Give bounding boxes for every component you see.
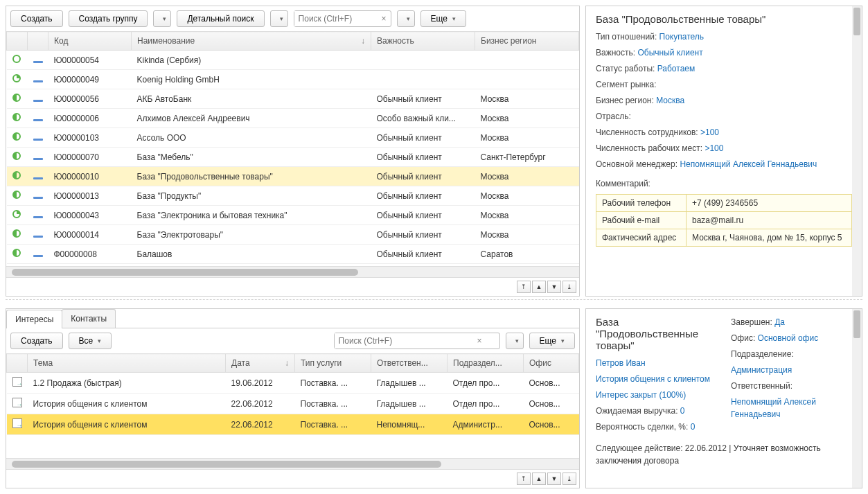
wp-value[interactable]: >100 [705, 143, 723, 153]
row-name: Балашов [132, 245, 371, 264]
rel-value[interactable]: Покупатель [659, 32, 704, 42]
sub-tabs: Интересы Контакты [6, 309, 579, 328]
table-row[interactable]: Ф00000008БалашовОбычный клиентСаратов [7, 245, 579, 264]
office-value[interactable]: Основной офис [758, 333, 819, 343]
dept-label: Подразделение: [731, 349, 794, 359]
tab-interests[interactable]: Интересы [6, 310, 62, 328]
sub-col-topic[interactable]: Тема [28, 354, 226, 373]
row-status-icon [7, 51, 28, 70]
create-group-button[interactable]: Создать группу [69, 10, 148, 27]
h-scrollbar[interactable] [6, 266, 579, 277]
table-row[interactable]: История общения с клиентом22.06.2012Пост… [7, 394, 579, 414]
table-row[interactable]: Ю00000103Ассоль ООООбычный клиентМосква [7, 128, 579, 148]
row-svc: Поставка. ... [295, 394, 371, 414]
done-value[interactable]: Да [774, 317, 785, 327]
search-clear-icon[interactable]: × [378, 14, 391, 24]
contact-row: Рабочий e-mailbaza@mail.ru [596, 212, 852, 229]
nav-first-icon[interactable]: ⤒ [517, 281, 531, 293]
table-row[interactable]: 1.2 Продажа (быстрая)19.06.2012Поставка.… [7, 373, 579, 394]
sub-v-scrollbar[interactable] [852, 309, 862, 488]
more-button[interactable]: Еще [420, 10, 466, 27]
sub-history[interactable]: История общения с клиентом [596, 374, 710, 384]
row-code: Ю00000010 [48, 167, 132, 186]
table-row[interactable]: История общения с клиентом22.06.2012Пост… [7, 414, 579, 435]
row-resp: Непомнящ... [371, 414, 448, 435]
nav-up-icon[interactable]: ▲ [532, 473, 546, 485]
prob-label: Вероятность сделки, %: [596, 422, 688, 432]
sub-person[interactable]: Петров Иван [596, 358, 646, 368]
sub-h-scrollbar[interactable] [6, 458, 579, 469]
col-importance[interactable]: Важность [371, 32, 475, 51]
sub-create-button[interactable]: Создать [10, 333, 63, 349]
nav-up-icon[interactable]: ▲ [532, 281, 546, 293]
sub-all-button[interactable]: Все [69, 333, 112, 349]
col-code[interactable]: Код [48, 32, 132, 51]
v-scrollbar[interactable] [852, 6, 862, 296]
sub-col-office[interactable]: Офис [524, 354, 579, 373]
col-icon[interactable] [7, 32, 28, 51]
nav-last-icon[interactable]: ⤓ [563, 473, 576, 485]
detail-search-button[interactable]: Детальный поиск [177, 10, 264, 27]
row-status-icon [7, 206, 28, 225]
tab-contacts[interactable]: Контакты [62, 309, 116, 328]
resp-value[interactable]: Непомнящий Алексей Геннадьевич [731, 397, 816, 419]
row-dash-icon [28, 89, 48, 109]
detail-title: База "Продовольственные товары" [596, 13, 852, 25]
col-dash[interactable] [28, 32, 48, 51]
info-button[interactable]: i [153, 10, 171, 27]
table-row[interactable]: Ю00000054Kikinda (Сербия) [7, 51, 579, 70]
branch-label: Отрасль: [596, 112, 631, 121]
nav-first-icon[interactable]: ⤒ [517, 473, 531, 485]
col-region[interactable]: Бизнес регион [475, 32, 579, 51]
row-resp: Гладышев ... [371, 394, 448, 414]
sub-search-box[interactable]: × [334, 333, 500, 349]
row-dash-icon [28, 245, 48, 264]
sub-closed[interactable]: Интерес закрыт (100%) [596, 390, 686, 400]
table-row[interactable]: Ю00000013База "Продукты"Обычный клиентМо… [7, 186, 579, 206]
col-name[interactable]: Наименование↓ [132, 32, 371, 51]
contact-label: Рабочий e-mail [596, 212, 687, 229]
sub-col-resp[interactable]: Ответствен... [371, 354, 448, 373]
dept-value[interactable]: Администрация [731, 365, 792, 375]
table-row[interactable]: Ю00000014База "Электротовары"Обычный кли… [7, 225, 579, 245]
row-topic: История общения с клиентом [28, 414, 226, 435]
sub-search-clear-icon[interactable]: × [473, 336, 486, 346]
table-row[interactable]: Ю00000010База "Продовольственные товары"… [7, 167, 579, 186]
row-code: Ю00000013 [48, 186, 132, 206]
row-date: 22.06.2012 [226, 394, 295, 414]
sub-col-dept[interactable]: Подраздел... [448, 354, 524, 373]
row-code: Ю00000043 [48, 206, 132, 225]
search-box[interactable]: × [294, 10, 391, 27]
contact-label: Фактический адрес [596, 229, 687, 247]
sub-table: Тема Дата↓ Тип услуги Ответствен... Подр… [6, 353, 579, 458]
table-row[interactable]: Ю00000049Koenig Holding GmbH [7, 70, 579, 89]
table-row[interactable]: Ю00000006Алхимов Алексей АндреевичОсобо … [7, 109, 579, 128]
sub-search-button[interactable] [506, 333, 524, 349]
imp-value[interactable]: Обычный клиент [637, 48, 702, 58]
search-input[interactable] [294, 11, 378, 26]
sub-col-date[interactable]: Дата↓ [226, 354, 295, 373]
row-importance: Обычный клиент [371, 225, 475, 245]
rev-value[interactable]: 0 [680, 406, 685, 416]
row-dash-icon [28, 225, 48, 245]
sub-col-svc[interactable]: Тип услуги [295, 354, 371, 373]
table-row[interactable]: Ю00000043База "Электроника и бытовая тех… [7, 206, 579, 225]
sub-more-button[interactable]: Еще [529, 333, 575, 349]
table-row[interactable]: Ю00000070База "Мебель"Обычный клиентСанк… [7, 148, 579, 167]
sub-col-icon[interactable] [7, 354, 28, 373]
sub-toolbar: Создать Все × Еще [6, 328, 579, 353]
prob-value[interactable]: 0 [691, 422, 696, 432]
create-button[interactable]: Создать [10, 10, 63, 27]
row-region [475, 70, 579, 89]
status-value[interactable]: Работаем [657, 64, 696, 73]
nav-down-icon[interactable]: ▼ [547, 281, 561, 293]
nav-down-icon[interactable]: ▼ [547, 473, 561, 485]
reg-value[interactable]: Москва [656, 96, 684, 105]
mgr-value[interactable]: Непомнящий Алексей Геннадьевич [680, 159, 817, 169]
nav-last-icon[interactable]: ⤓ [563, 281, 576, 293]
report-button[interactable] [270, 10, 288, 27]
search-button[interactable] [397, 10, 415, 27]
table-row[interactable]: Ю00000056АКБ АвтоБанкОбычный клиентМоскв… [7, 89, 579, 109]
sub-search-input[interactable] [335, 333, 473, 349]
emp-value[interactable]: >100 [700, 127, 719, 137]
